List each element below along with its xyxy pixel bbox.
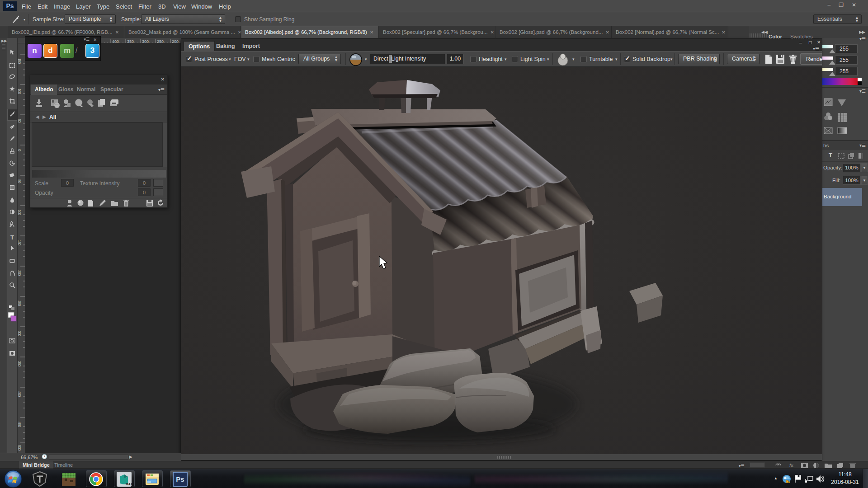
svg-text:350: 350 [18, 361, 22, 366]
svg-text:500: 500 [18, 445, 22, 450]
svg-text:100: 100 [18, 89, 22, 94]
svg-text:350: 350 [127, 39, 134, 43]
svg-text:200: 200 [18, 270, 22, 276]
svg-text:100: 100 [18, 210, 22, 215]
svg-text:400: 400 [18, 391, 22, 397]
svg-text:150: 150 [18, 240, 22, 245]
svg-text:50: 50 [18, 119, 22, 123]
svg-text:0: 0 [18, 149, 22, 151]
svg-text:400: 400 [112, 39, 119, 43]
svg-text:50: 50 [18, 179, 22, 183]
svg-text:450: 450 [18, 422, 22, 427]
svg-text:300: 300 [142, 39, 149, 43]
svg-text:150: 150 [18, 58, 22, 64]
svg-text:fx.: fx. [789, 463, 795, 468]
svg-text:200: 200 [172, 39, 179, 43]
svg-text:MAX: MAX [126, 483, 132, 486]
svg-text:300: 300 [18, 331, 22, 336]
svg-text:250: 250 [18, 300, 22, 306]
svg-text:!: ! [788, 480, 788, 483]
svg-text:250: 250 [157, 39, 164, 43]
